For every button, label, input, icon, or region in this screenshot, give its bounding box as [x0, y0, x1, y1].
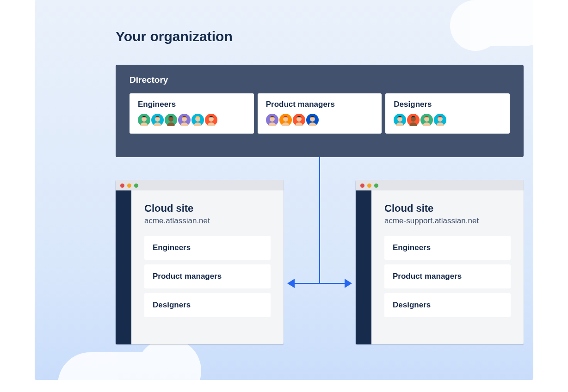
avatar-icon: [434, 114, 446, 126]
directory-groups-row: Engineers: [130, 93, 510, 134]
site-group-item: Engineers: [144, 236, 271, 260]
site-title: Cloud site: [144, 202, 271, 214]
avatar-icon: [293, 114, 305, 126]
avatar-row: [266, 114, 374, 126]
window-maximize-dot: [374, 184, 378, 188]
avatar-icon: [191, 114, 204, 126]
avatar-row: [138, 114, 246, 126]
site-group-item: Product managers: [144, 264, 271, 288]
connector-line-horizontal: [294, 283, 346, 284]
connector-line-vertical: [319, 157, 320, 283]
site-group-item: Designers: [144, 293, 271, 317]
avatar-icon: [205, 114, 217, 126]
directory-group-product-managers: Product managers: [258, 93, 382, 134]
directory-group-engineers: Engineers: [130, 93, 254, 134]
site-group-item: Designers: [384, 293, 511, 317]
avatar-icon: [151, 114, 164, 126]
avatar-icon: [279, 114, 292, 126]
avatar-row: [394, 114, 501, 126]
avatar-icon: [165, 114, 177, 126]
site-sidebar: [356, 190, 371, 344]
window-titlebar: [116, 180, 284, 190]
site-url: acme.atlassian.net: [144, 216, 271, 226]
avatar-icon: [306, 114, 319, 126]
window-minimize-dot: [127, 184, 131, 188]
cloud-site-window-left: Cloud site acme.atlassian.net Engineers …: [116, 180, 284, 344]
site-sidebar: [116, 190, 131, 344]
avatar-icon: [420, 114, 433, 126]
page-title: Your organization: [116, 29, 233, 44]
window-close-dot: [360, 184, 364, 188]
diagram-canvas: Your organization Directory Engineers: [35, 0, 533, 380]
window-close-dot: [120, 184, 124, 188]
window-titlebar: [356, 180, 524, 190]
arrow-left-icon: [287, 279, 295, 288]
site-group-item: Engineers: [384, 236, 511, 260]
cloud-site-window-right: Cloud site acme-support.atlassian.net En…: [356, 180, 524, 344]
avatar-icon: [266, 114, 278, 126]
avatar-icon: [394, 114, 406, 126]
arrow-right-icon: [345, 279, 352, 288]
avatar-icon: [407, 114, 420, 126]
site-url: acme-support.atlassian.net: [384, 216, 511, 226]
avatar-icon: [178, 114, 191, 126]
avatar-icon: [138, 114, 150, 126]
site-group-item: Product managers: [384, 264, 511, 288]
group-label: Product managers: [266, 100, 374, 109]
window-minimize-dot: [367, 184, 371, 188]
decorative-cloud: [58, 352, 178, 380]
directory-title: Directory: [130, 75, 510, 85]
group-label: Engineers: [138, 100, 246, 109]
group-label: Designers: [394, 100, 501, 109]
window-maximize-dot: [134, 184, 138, 188]
directory-group-designers: Designers: [385, 93, 510, 134]
directory-panel: Directory Engineers: [116, 65, 524, 157]
decorative-cloud: [469, 0, 533, 46]
site-title: Cloud site: [384, 202, 511, 214]
